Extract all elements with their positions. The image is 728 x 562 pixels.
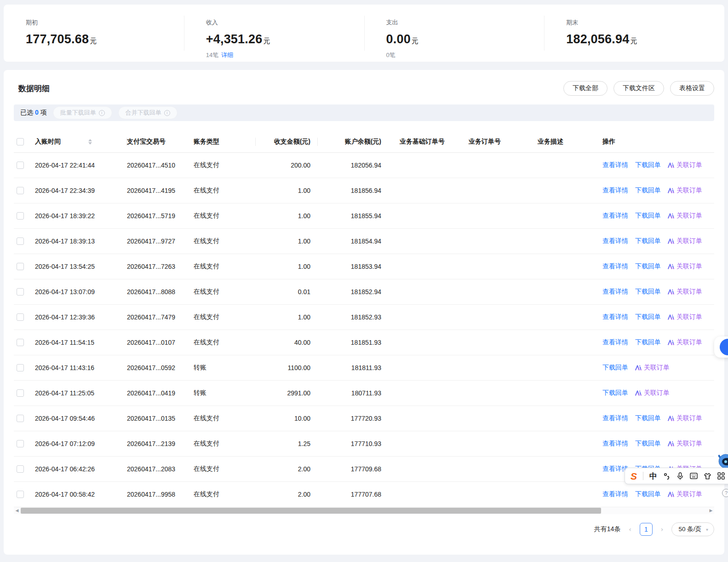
next-page-button[interactable]: › [661,526,664,533]
download-receipt-link[interactable]: 下载回单 [635,212,661,220]
download-receipt-link[interactable]: 下载回单 [635,237,661,245]
view-detail-link[interactable]: 查看详情 [602,186,628,195]
related-order-link[interactable]: 关联订单 [668,313,702,321]
view-detail-link[interactable]: 查看详情 [602,440,628,448]
cell-actions: 下载回单关联订单 [592,364,714,372]
view-detail-link[interactable]: 查看详情 [602,313,628,321]
download-receipt-link[interactable]: 下载回单 [635,440,661,448]
stat-opening-balance: 期初 177,705.68元 [4,5,184,62]
scrollbar-thumb[interactable] [21,508,601,514]
table-row: 2026-04-17 13:07:0920260417...8088在线支付0.… [14,279,714,305]
row-checkbox[interactable] [17,162,24,169]
row-checkbox[interactable] [17,415,24,422]
row-checkbox[interactable] [17,212,24,220]
row-checkbox-cell [14,339,35,346]
row-checkbox[interactable] [17,389,24,397]
download-receipt-link[interactable]: 下载回单 [635,313,661,321]
view-detail-link[interactable]: 查看详情 [602,338,628,347]
floating-assistant-button[interactable] [714,336,728,358]
cell-actions: 查看详情下载回单关联订单 [592,161,714,169]
header-base-order: 业务基础订单号 [388,138,457,146]
view-detail-link[interactable]: 查看详情 [602,490,628,498]
view-detail-link[interactable]: 查看详情 [602,161,628,169]
horizontal-scrollbar[interactable]: ◀ ▶ [14,507,714,514]
related-order-link[interactable]: 关联订单 [668,288,702,296]
row-checkbox[interactable] [17,313,24,321]
batch-download-button[interactable]: 批量下载回单i [53,106,112,119]
row-checkbox[interactable] [17,238,24,245]
related-order-link[interactable]: 关联订单 [668,440,702,448]
ime-keyboard-icon[interactable] [690,473,698,479]
related-order-link[interactable]: 关联订单 [668,490,702,498]
pagination: 共有14条 ‹ 1 › 50 条/页▾ [14,522,714,536]
sort-control[interactable] [88,139,92,145]
related-order-link[interactable]: 关联订单 [668,212,702,220]
view-detail-link[interactable]: 查看详情 [602,212,628,220]
related-order-link[interactable]: 关联订单 [635,364,670,372]
download-receipt-link[interactable]: 下载回单 [635,186,661,195]
related-order-link[interactable]: 关联订单 [635,389,670,397]
download-receipt-link[interactable]: 下载回单 [602,364,628,372]
row-checkbox[interactable] [17,187,24,194]
stat-sub: 14笔详细 [206,51,364,59]
table-row: 2026-04-17 22:34:3920260417...4195在线支付1.… [14,178,714,203]
ime-microphone-icon[interactable] [676,472,684,480]
ime-punctuation-icon[interactable] [663,472,671,480]
download-receipt-link[interactable]: 下载回单 [635,161,661,169]
row-checkbox[interactable] [17,288,24,295]
ime-skin-icon[interactable] [704,473,711,480]
related-order-link[interactable]: 关联订单 [668,186,702,195]
cell-account-type: 在线支付 [194,440,256,448]
scroll-right-arrow[interactable]: ▶ [708,507,714,514]
related-order-link[interactable]: 关联订单 [668,414,702,423]
merge-download-button[interactable]: 合并下载回单i [118,106,178,119]
table-settings-button[interactable]: 表格设置 [670,81,714,96]
table-header: 入账时间 支付宝交易号 账务类型 收支金额(元) 账户余额(元) 业务基础订单号… [14,131,714,153]
view-detail-link[interactable]: 查看详情 [602,414,628,423]
data-detail-card: 数据明细 下载全部 下载文件区 表格设置 已选0项 批量下载回单i 合并下载回单… [4,70,724,555]
download-receipt-link[interactable]: 下载回单 [602,389,628,397]
related-order-label: 关联订单 [676,338,702,347]
page-size-select[interactable]: 50 条/页▾ [671,522,714,536]
row-checkbox[interactable] [17,440,24,447]
related-order-link[interactable]: 关联订单 [668,262,702,271]
download-receipt-link[interactable]: 下载回单 [635,262,661,271]
cell-balance: 181855.94 [318,212,388,220]
header-account-type: 账务类型 [194,138,256,146]
ime-logo-icon[interactable]: S [631,471,637,481]
select-all-checkbox[interactable] [17,138,24,145]
row-checkbox[interactable] [17,491,24,498]
row-checkbox[interactable] [17,364,24,371]
download-all-button[interactable]: 下载全部 [563,81,608,96]
download-receipt-link[interactable]: 下载回单 [635,338,661,347]
prev-page-button[interactable]: ‹ [629,526,631,533]
view-detail-link[interactable]: 查看详情 [602,262,628,271]
ime-toolbox-grid-icon[interactable] [717,472,725,480]
download-files-button[interactable]: 下载文件区 [613,81,664,96]
cell-transaction-id: 20260417...0135 [127,415,194,422]
income-detail-link[interactable]: 详细 [221,52,233,58]
view-detail-link[interactable]: 查看详情 [602,237,628,245]
row-checkbox[interactable] [17,263,24,270]
view-detail-link[interactable]: 查看详情 [602,288,628,296]
row-checkbox[interactable] [17,339,24,346]
download-receipt-link[interactable]: 下载回单 [635,288,661,296]
related-order-link[interactable]: 关联订单 [668,161,702,169]
related-order-link[interactable]: 关联订单 [668,338,702,347]
related-order-link[interactable]: 关联订单 [668,237,702,245]
download-receipt-link[interactable]: 下载回单 [635,490,661,498]
row-checkbox[interactable] [17,465,24,473]
cell-balance: 181854.94 [318,238,388,245]
help-circle-icon[interactable]: ? [722,489,728,497]
cell-balance: 177707.68 [318,491,388,498]
row-checkbox-cell [14,415,35,422]
cell-account-type: 在线支付 [194,313,256,321]
stat-value: 177,705.68元 [26,32,184,46]
cell-account-type: 在线支付 [194,237,256,245]
cell-actions: 查看详情下载回单关联订单 [592,313,714,321]
ime-language-mode-button[interactable]: 中 [649,471,657,481]
download-receipt-link[interactable]: 下载回单 [635,414,661,423]
cell-entry-time: 2026-04-17 13:54:25 [35,263,127,270]
current-page-button[interactable]: 1 [640,523,653,536]
scroll-left-arrow[interactable]: ◀ [14,507,20,514]
